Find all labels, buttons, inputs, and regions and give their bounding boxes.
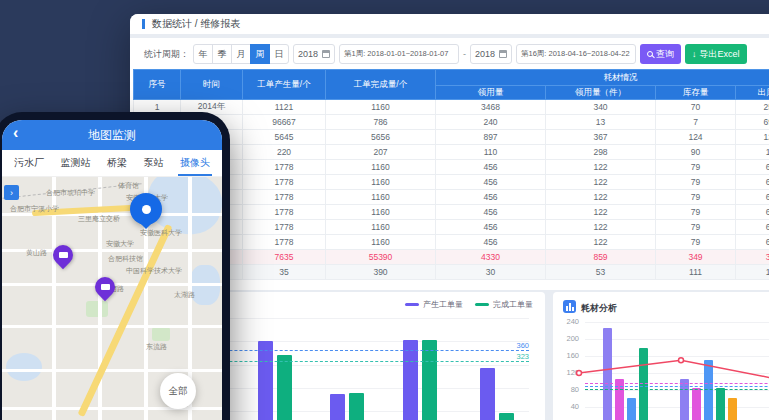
start-year-select[interactable]: 2018 <box>293 44 335 64</box>
table-cell: 122 <box>546 205 656 220</box>
table-row[interactable]: 12014年11211160346834070250 <box>134 100 769 115</box>
total-cell: 33 <box>736 250 769 265</box>
range-separator: - <box>463 49 466 59</box>
gridline <box>585 373 769 374</box>
table-cell: 298 <box>546 145 656 160</box>
period-option-day[interactable]: 日 <box>269 44 289 64</box>
breadcrumb-bar: 数据统计 / 维修报表 <box>130 14 769 34</box>
tab-camera[interactable]: 摄像头 <box>178 150 212 176</box>
tab-bridge[interactable]: 桥梁 <box>105 150 129 176</box>
table-cell: 1778 <box>243 220 326 235</box>
calendar-icon <box>322 50 330 58</box>
period-option-week[interactable]: 周 <box>250 44 270 64</box>
phone-tab-bar: 污水厂 监测站 桥梁 泵站 摄像头 <box>2 150 222 177</box>
camera-icon <box>95 277 115 297</box>
bar <box>277 355 292 420</box>
tab-sewage-plant[interactable]: 污水厂 <box>12 150 46 176</box>
back-icon[interactable]: ‹ <box>13 124 18 142</box>
total-cell: 349 <box>656 250 736 265</box>
table-cell: 7 <box>656 115 736 130</box>
table-cell: 690 <box>736 115 769 130</box>
table-cell: 456 <box>436 160 546 175</box>
export-excel-button[interactable]: ↓ 导出Excel <box>685 44 747 64</box>
table-cell: 250 <box>736 100 769 115</box>
total-cell: 859 <box>546 250 656 265</box>
bar <box>403 340 418 420</box>
map-label: 中国科学技术大学 <box>126 266 182 276</box>
table-cell: 1160 <box>326 100 436 115</box>
legend-label: 产生工单量 <box>423 299 463 310</box>
chart-icon <box>563 300 576 313</box>
end-week-field[interactable]: 第16周: 2018-04-16~2018-04-22 <box>516 44 636 64</box>
average-cell: 30 <box>436 265 546 280</box>
show-all-button[interactable]: 全部 <box>160 373 196 409</box>
start-week-field[interactable]: 第1周: 2018-01-01~2018-01-07 <box>339 44 459 64</box>
bar <box>728 398 737 420</box>
bar <box>627 398 636 420</box>
table-cell: 129 <box>736 130 769 145</box>
bar <box>258 341 273 420</box>
table-cell: 67 <box>736 205 769 220</box>
reference-line <box>585 386 769 387</box>
period-option-quarter[interactable]: 季 <box>212 44 232 64</box>
marker-tail <box>140 223 152 235</box>
map-highway <box>77 224 172 417</box>
query-button-label: 查询 <box>656 48 674 61</box>
map-label: 安徽大学 <box>106 239 134 249</box>
table-cell: 79 <box>656 235 736 250</box>
table-cell: 5656 <box>326 130 436 145</box>
reference-line <box>585 383 769 384</box>
table-cell: 1121 <box>243 100 326 115</box>
map-label: 东流路 <box>146 342 167 352</box>
table-cell: 220 <box>243 145 326 160</box>
y-axis-tick: 80 <box>557 385 579 394</box>
expand-panel-button[interactable]: › <box>4 185 19 200</box>
map-label: 太湖路 <box>174 290 195 300</box>
end-year-value: 2018 <box>475 49 495 59</box>
col-header-time: 时间 <box>181 70 243 100</box>
legend-item-completed[interactable]: 完成工单量 <box>475 299 533 310</box>
table-cell: 67 <box>736 175 769 190</box>
selected-camera-marker[interactable] <box>130 193 162 225</box>
legend-item-created[interactable]: 产生工单量 <box>405 299 463 310</box>
table-row[interactable]: 296667786240137690 <box>134 115 769 130</box>
gridline <box>585 390 769 391</box>
map-water <box>6 353 42 381</box>
table-cell: 96667 <box>243 115 326 130</box>
table-cell: 90 <box>656 145 736 160</box>
table-cell: 240 <box>436 115 546 130</box>
phone-page-title: 地图监测 <box>88 127 136 144</box>
sub-header-3: 库存量 <box>656 86 736 100</box>
y-axis-tick: 120 <box>557 368 579 377</box>
table-cell: 456 <box>436 190 546 205</box>
map-road <box>2 407 222 410</box>
bar <box>603 328 612 420</box>
table-cell: 122 <box>546 235 656 250</box>
period-option-year[interactable]: 年 <box>193 44 213 64</box>
bar <box>692 388 701 420</box>
average-cell: 35 <box>243 265 326 280</box>
map-label: 合肥市琥珀中学 <box>46 188 95 198</box>
chart-title: 耗材分析 <box>581 302 617 315</box>
tab-pump-station[interactable]: 泵站 <box>142 150 166 176</box>
camera-marker[interactable] <box>91 273 119 301</box>
table-cell: 456 <box>436 175 546 190</box>
camera-marker[interactable] <box>49 241 77 269</box>
query-button[interactable]: 查询 <box>640 44 681 64</box>
tab-monitor-station[interactable]: 监测站 <box>59 150 93 176</box>
col-group-header-consumables: 耗材情况 <box>436 70 769 86</box>
table-cell: 79 <box>656 175 736 190</box>
map-park <box>86 301 108 317</box>
table-cell: 1778 <box>243 175 326 190</box>
legend-label: 完成工单量 <box>493 299 533 310</box>
legend-swatch <box>405 303 419 306</box>
map-view[interactable]: 合肥市宁溪小学 体育馆 安徽农业大学 合肥市琥珀中学 三里庵立交桥 安徽医科大学… <box>2 177 222 420</box>
breadcrumb: 数据统计 / 维修报表 <box>152 17 240 31</box>
table-cell: 70 <box>656 100 736 115</box>
table-cell: 786 <box>326 115 436 130</box>
table-cell: 67 <box>736 235 769 250</box>
end-year-select[interactable]: 2018 <box>470 44 512 64</box>
total-cell: 4330 <box>436 250 546 265</box>
sub-header-2: 领用量（件） <box>546 86 656 100</box>
period-option-month[interactable]: 月 <box>231 44 251 64</box>
